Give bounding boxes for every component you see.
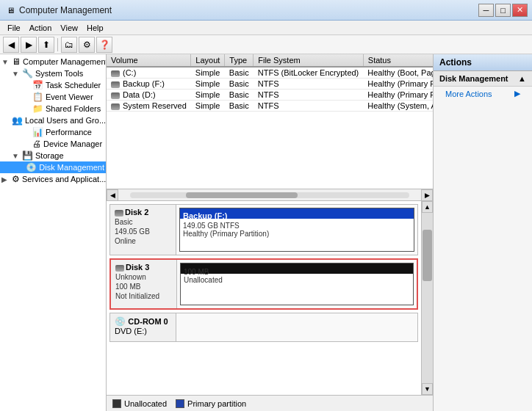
scroll-left-arrow[interactable]: ◀ bbox=[107, 189, 118, 201]
disk-partition[interactable]: 100 MB Unallocated bbox=[180, 263, 414, 305]
tree-item-disk-management[interactable]: 💿 Disk Management bbox=[0, 161, 106, 173]
tree-item-shared-folders[interactable]: 📁 Shared Folders bbox=[0, 103, 106, 114]
disk-size: 100 MB bbox=[115, 283, 172, 291]
tree-item-event-viewer[interactable]: 📋 Event Viewer bbox=[0, 91, 106, 103]
tree-expand-icon: ▼ bbox=[1, 58, 12, 66]
tree-label-shared-folders: Shared Folders bbox=[46, 104, 101, 113]
disk-name: Disk 3 bbox=[115, 263, 172, 272]
show-hide-button[interactable]: 🗂 bbox=[61, 37, 77, 53]
col-filesystem: File System bbox=[254, 54, 364, 67]
legend-primary-box bbox=[176, 399, 184, 408]
window-controls: ─ □ ✕ bbox=[478, 4, 528, 17]
table-scroll-area[interactable]: Volume Layout Type File System Status (C… bbox=[107, 54, 433, 189]
cdrom-label: 💿 CD-ROM 0 DVD (E:) bbox=[110, 313, 176, 341]
toolbar-separator bbox=[57, 38, 58, 51]
menu-help[interactable]: Help bbox=[82, 23, 108, 33]
tree-label-performance: Performance bbox=[46, 128, 92, 137]
disk-row-disk2[interactable]: Disk 2 Basic 149.05 GB Online Backup (F:… bbox=[109, 204, 418, 255]
disk-partitions-disk3: 100 MB Unallocated bbox=[177, 260, 417, 308]
tree-item-computer-management[interactable]: ▼ 🖥 Computer Management bbox=[0, 56, 106, 68]
content-pane: Volume Layout Type File System Status (C… bbox=[107, 54, 433, 411]
close-button[interactable]: ✕ bbox=[512, 4, 528, 17]
legend-unallocated-label: Unallocated bbox=[124, 399, 167, 408]
volume-table-area: Volume Layout Type File System Status (C… bbox=[107, 54, 433, 201]
local-users-icon: 👥 bbox=[12, 115, 23, 126]
partition-size: 149.05 GB NTFS bbox=[183, 222, 411, 230]
disk-name: Disk 2 bbox=[115, 208, 171, 217]
properties-button[interactable]: ⚙ bbox=[79, 37, 95, 53]
tree-expand-storage: ▼ bbox=[12, 152, 22, 160]
disk-label-disk3: Disk 3 Unknown 100 MB Not Initialized bbox=[111, 260, 177, 308]
menu-bar: File Action View Help bbox=[0, 21, 532, 35]
cell-type: Basic bbox=[225, 90, 254, 101]
cell-layout: Simple bbox=[191, 67, 225, 79]
tree-label-storage: Storage bbox=[35, 151, 64, 160]
cell-status: Healthy (System, Active, Prin bbox=[363, 101, 433, 112]
scroll-right-arrow[interactable]: ▶ bbox=[421, 189, 433, 201]
tree-label-task-scheduler: Task Scheduler bbox=[46, 81, 101, 90]
forward-button[interactable]: ▶ bbox=[21, 37, 37, 53]
tree-item-performance[interactable]: 📊 Performance bbox=[0, 126, 106, 138]
actions-panel: Actions Disk Management ▲ More Actions ▶ bbox=[433, 54, 532, 411]
scroll-thumb bbox=[186, 192, 298, 198]
help-button[interactable]: ❓ bbox=[96, 37, 112, 53]
cell-type: Basic bbox=[225, 101, 254, 112]
disk-partition[interactable]: Backup (F:) 149.05 GB NTFS Healthy (Prim… bbox=[179, 208, 414, 252]
tree-item-storage[interactable]: ▼ 💾 Storage bbox=[0, 150, 106, 161]
table-row[interactable]: (C:) Simple Basic NTFS (BitLocker Encryp… bbox=[107, 67, 433, 79]
table-row[interactable]: System Reserved Simple Basic NTFS Health… bbox=[107, 101, 433, 112]
computer-icon: 🖥 bbox=[12, 57, 21, 67]
tree-item-task-scheduler[interactable]: 📅 Task Scheduler bbox=[0, 79, 106, 91]
disk-scroll-thumb bbox=[423, 230, 432, 281]
col-type: Type bbox=[225, 54, 254, 67]
cell-volume: System Reserved bbox=[107, 101, 191, 112]
menu-action[interactable]: Action bbox=[25, 23, 57, 33]
actions-section-arrow[interactable]: ▲ bbox=[518, 74, 526, 83]
toolbar: ◀ ▶ ⬆ 🗂 ⚙ ❓ bbox=[0, 35, 532, 54]
disk-partitions-disk2: Backup (F:) 149.05 GB NTFS Healthy (Prim… bbox=[176, 205, 417, 255]
cell-status: Healthy (Boot, Page File, Cra bbox=[363, 67, 433, 79]
legend-unallocated: Unallocated bbox=[112, 399, 167, 408]
legend-unallocated-box bbox=[112, 399, 121, 408]
tree-item-local-users[interactable]: 👥 Local Users and Gro... bbox=[0, 114, 106, 126]
tree-label-system-tools: System Tools bbox=[35, 69, 83, 78]
cell-volume: Data (D:) bbox=[107, 90, 191, 101]
more-actions-link[interactable]: More Actions ▶ bbox=[434, 87, 532, 101]
disk-scroll-down[interactable]: ▼ bbox=[422, 383, 433, 395]
menu-file[interactable]: File bbox=[3, 23, 25, 33]
disk-type: Unknown bbox=[115, 273, 172, 281]
disk-status: Not Initialized bbox=[115, 292, 172, 300]
tree-pane: ▼ 🖥 Computer Management ▼ 🔧 System Tools… bbox=[0, 54, 107, 411]
cell-layout: Simple bbox=[191, 90, 225, 101]
disk-row-disk3[interactable]: Disk 3 Unknown 100 MB Not Initialized 10… bbox=[109, 258, 418, 310]
partition-size: 100 MB bbox=[184, 268, 410, 276]
disk-vertical-scrollbar[interactable]: ▲ ▼ bbox=[421, 201, 433, 395]
table-row[interactable]: Data (D:) Simple Basic NTFS Healthy (Pri… bbox=[107, 90, 433, 101]
menu-view[interactable]: View bbox=[56, 23, 82, 33]
disk-management-icon: 💿 bbox=[26, 162, 37, 172]
partition-name: Backup (F:) bbox=[183, 211, 411, 220]
restore-button[interactable]: □ bbox=[495, 4, 511, 17]
disk-scroll-up[interactable]: ▲ bbox=[422, 201, 433, 213]
table-row[interactable]: Backup (F:) Simple Basic NTFS Healthy (P… bbox=[107, 79, 433, 90]
title-bar: 🖥 Computer Management ─ □ ✕ bbox=[0, 0, 532, 21]
disk-scroll-track bbox=[422, 213, 433, 383]
volume-table: Volume Layout Type File System Status (C… bbox=[107, 54, 433, 112]
tree-item-device-manager[interactable]: 🖨 Device Manager bbox=[0, 138, 106, 150]
horizontal-scrollbar[interactable]: ◀ ▶ bbox=[107, 189, 433, 200]
cdrom-drive: DVD (E:) bbox=[115, 327, 147, 335]
tree-item-services[interactable]: ▶ ⚙ Services and Applicat... bbox=[0, 173, 106, 185]
cell-status: Healthy (Primary Partition) bbox=[363, 79, 433, 90]
cdrom-row[interactable]: 💿 CD-ROM 0 DVD (E:) bbox=[109, 313, 418, 342]
tree-label-disk-management: Disk Management bbox=[39, 163, 104, 172]
minimize-button[interactable]: ─ bbox=[478, 4, 494, 17]
actions-section-name: Disk Management bbox=[439, 74, 508, 83]
cell-filesystem: NTFS (BitLocker Encrypted) bbox=[254, 67, 364, 79]
tree-item-system-tools[interactable]: ▼ 🔧 System Tools bbox=[0, 68, 106, 79]
tree-label-local-users: Local Users and Gro... bbox=[25, 116, 106, 125]
actions-section-title: Disk Management ▲ bbox=[434, 71, 532, 87]
col-status: Status bbox=[363, 54, 433, 67]
back-button[interactable]: ◀ bbox=[3, 37, 19, 53]
disk-visual-area: Disk 2 Basic 149.05 GB Online Backup (F:… bbox=[107, 201, 421, 395]
up-button[interactable]: ⬆ bbox=[38, 37, 54, 53]
